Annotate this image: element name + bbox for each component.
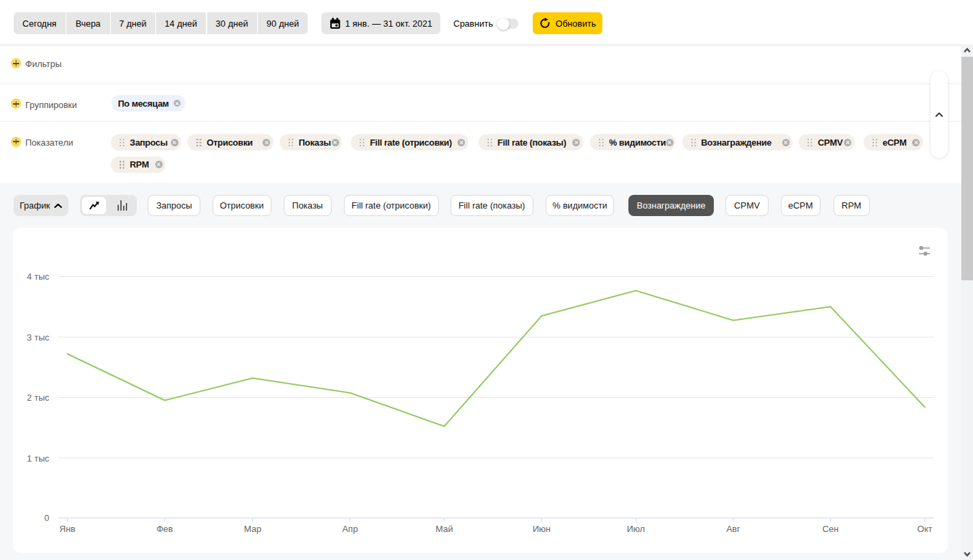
- svg-text:3 тыс: 3 тыс: [27, 332, 49, 343]
- svg-text:Мар: Мар: [244, 524, 261, 534]
- svg-text:Апр: Апр: [342, 524, 358, 534]
- svg-text:4 тыс: 4 тыс: [27, 271, 49, 282]
- svg-text:Фев: Фев: [157, 524, 173, 534]
- svg-text:2 тыс: 2 тыс: [27, 392, 49, 403]
- svg-text:Авг: Авг: [726, 524, 741, 534]
- svg-text:Июл: Июл: [627, 524, 645, 534]
- svg-text:Янв: Янв: [59, 524, 76, 534]
- svg-text:0: 0: [44, 513, 49, 523]
- svg-text:Окт: Окт: [918, 524, 933, 534]
- svg-text:Июн: Июн: [533, 524, 550, 534]
- svg-text:Сен: Сен: [823, 524, 839, 534]
- svg-text:1 тыс: 1 тыс: [27, 453, 49, 464]
- svg-text:Май: Май: [436, 524, 453, 534]
